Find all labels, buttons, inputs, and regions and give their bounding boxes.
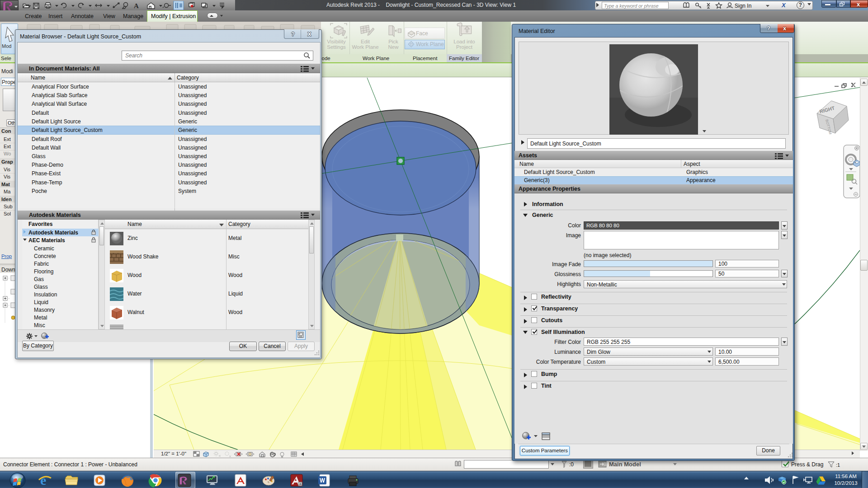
svg-text:A: A (134, 2, 139, 9)
svg-text:A: A (299, 483, 302, 486)
svg-text:Sign In: Sign In (735, 3, 751, 9)
svg-text:e: e (40, 473, 46, 488)
